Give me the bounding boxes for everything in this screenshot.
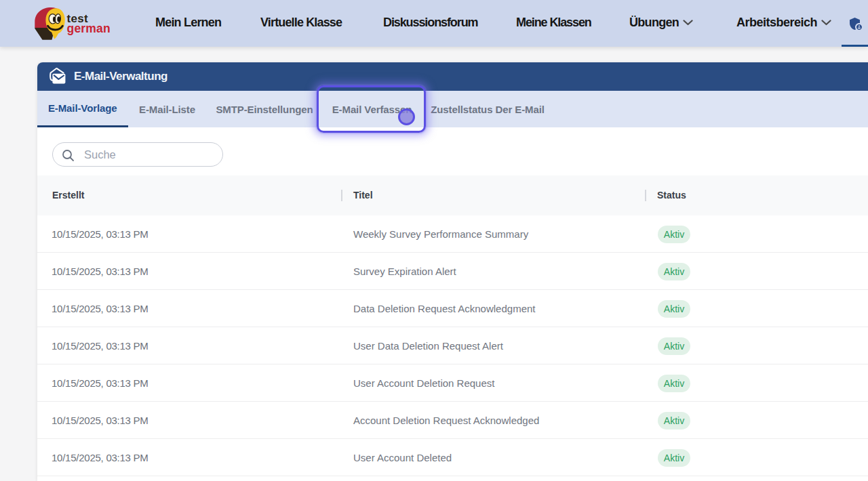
svg-text:german: german bbox=[67, 22, 111, 35]
